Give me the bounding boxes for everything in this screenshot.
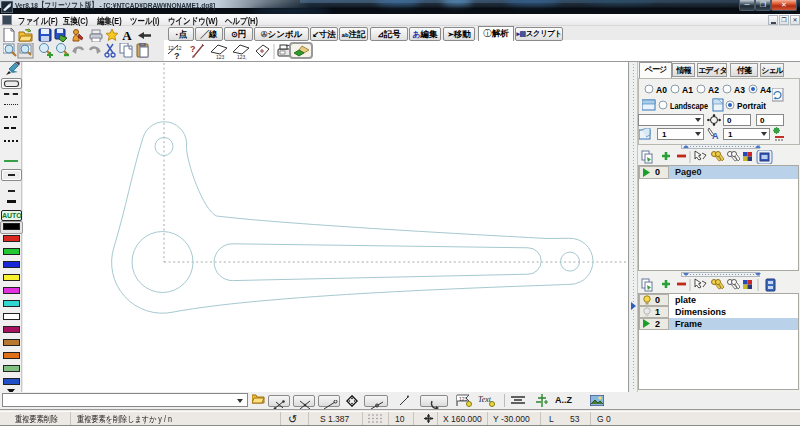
svg-text:12: 12 [168, 45, 174, 51]
svg-text:123,: 123, [237, 54, 247, 60]
svg-text:A4: A4 [760, 85, 771, 95]
svg-text:Portrait: Portrait [737, 101, 766, 111]
svg-text:Landscape: Landscape [670, 101, 708, 111]
svg-text:?: ? [174, 51, 180, 61]
svg-text:?: ? [190, 44, 196, 54]
svg-text:A: A [122, 28, 132, 42]
svg-text:A2: A2 [708, 85, 719, 95]
svg-text:A0: A0 [656, 85, 667, 95]
svg-text:A1: A1 [682, 85, 693, 95]
svg-text:123: 123 [216, 54, 225, 60]
svg-text:A3: A3 [734, 85, 745, 95]
svg-text:A: A [712, 131, 719, 140]
svg-text:123: 123 [459, 396, 468, 402]
